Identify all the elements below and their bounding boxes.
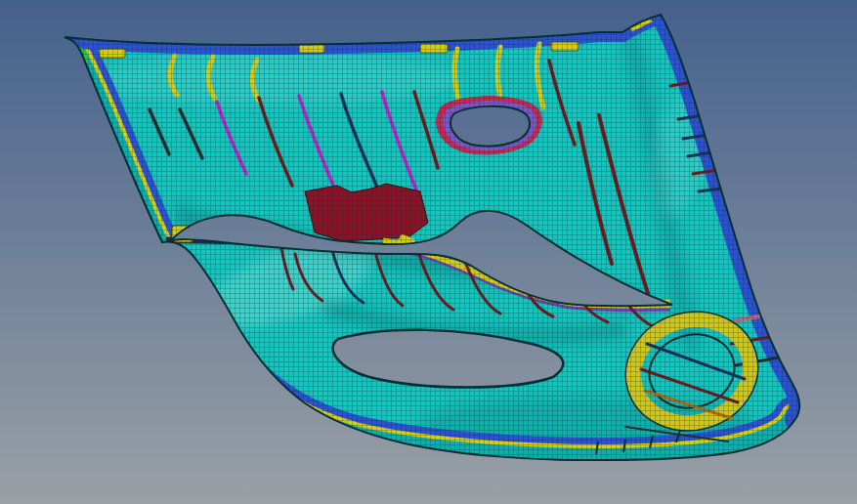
door-trim-panel[interactable] (0, 0, 857, 504)
cae-viewport[interactable] (0, 0, 857, 504)
fe-mesh-overlay (0, 0, 857, 504)
